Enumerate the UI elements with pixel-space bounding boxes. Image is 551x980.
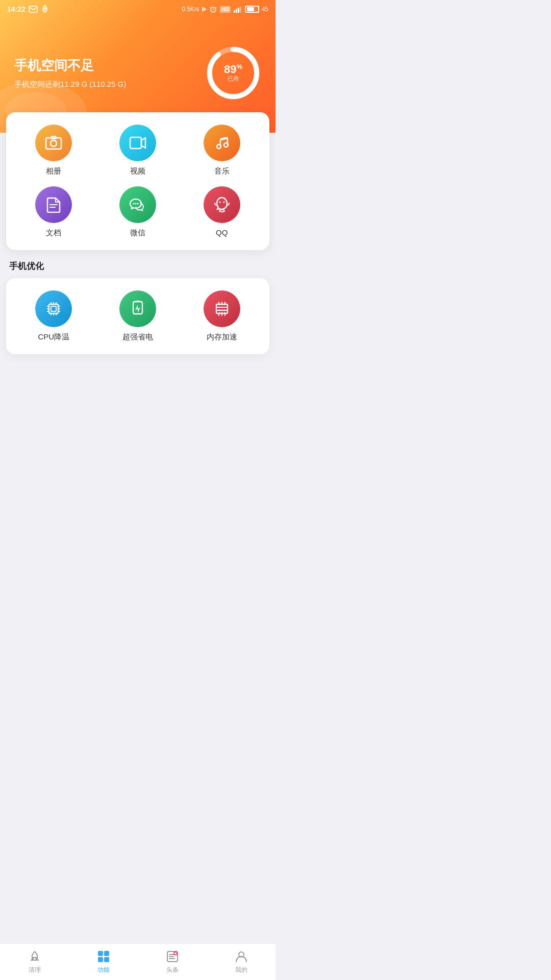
optimize-card: CPU降温 超强省电	[6, 278, 269, 354]
svg-rect-22	[51, 306, 56, 311]
svg-rect-12	[130, 137, 141, 149]
wechat-label: 微信	[130, 228, 145, 238]
music-item[interactable]: 音乐	[182, 125, 261, 176]
music-icon-circle	[204, 125, 240, 161]
svg-point-10	[51, 140, 57, 146]
cpu-label: CPU降温	[38, 332, 69, 342]
video-label: 视频	[130, 166, 145, 176]
svg-point-14	[224, 143, 228, 147]
storage-card: 相册 视频	[6, 112, 269, 250]
header-title: 手机空间不足	[14, 57, 205, 75]
music-label: 音乐	[214, 166, 230, 176]
wechat-icon-circle	[119, 186, 156, 223]
svg-point-16	[135, 203, 136, 205]
memory-icon-circle	[204, 290, 240, 327]
photo-icon-circle	[35, 125, 72, 161]
cpu-item[interactable]: CPU降温	[14, 290, 93, 342]
photo-label: 相册	[46, 166, 61, 176]
svg-rect-3	[234, 10, 235, 13]
doc-item[interactable]: 文档	[14, 186, 93, 238]
svg-point-1	[44, 8, 46, 10]
svg-point-18	[219, 210, 224, 212]
qq-icon-circle	[204, 186, 240, 223]
svg-point-19	[219, 202, 220, 203]
doc-label: 文档	[46, 228, 61, 238]
svg-point-15	[133, 203, 134, 205]
qq-label: QQ	[216, 228, 228, 237]
status-time: 14:22	[7, 5, 49, 14]
qq-item[interactable]: QQ	[182, 186, 261, 238]
power-icon-circle	[119, 290, 156, 327]
svg-point-20	[223, 202, 224, 203]
video-icon-circle	[119, 125, 156, 161]
status-right: 0.5K/s HD	[182, 5, 268, 13]
svg-rect-4	[236, 9, 237, 13]
svg-point-17	[137, 203, 138, 205]
optimize-grid: CPU降温 超强省电	[14, 290, 261, 342]
photo-item[interactable]: 相册	[14, 125, 93, 176]
doc-icon-circle	[35, 186, 72, 223]
status-bar: 14:22 0.5K/s	[0, 0, 276, 18]
svg-rect-0	[29, 6, 37, 12]
svg-rect-21	[49, 304, 58, 313]
storage-donut: 89% 已用	[205, 45, 261, 101]
header-text: 手机空间不足 手机空间还剩11.29 G (110.25 G)	[14, 57, 205, 89]
power-item[interactable]: 超强省电	[98, 290, 178, 342]
memory-label: 内存加速	[207, 332, 237, 342]
cpu-icon-circle	[35, 290, 72, 327]
power-label: 超强省电	[122, 332, 153, 342]
header-subtitle: 手机空间还剩11.29 G (110.25 G)	[14, 80, 205, 89]
svg-point-13	[217, 144, 221, 149]
svg-rect-5	[238, 8, 239, 13]
memory-item[interactable]: 内存加速	[182, 290, 261, 342]
svg-rect-9	[46, 138, 61, 149]
wechat-item[interactable]: 微信	[98, 186, 178, 238]
svg-rect-6	[240, 7, 241, 13]
battery-icon	[245, 6, 259, 13]
video-item[interactable]: 视频	[98, 125, 178, 176]
optimize-section-title: 手机优化	[0, 250, 276, 278]
storage-grid: 相册 视频	[14, 125, 261, 238]
